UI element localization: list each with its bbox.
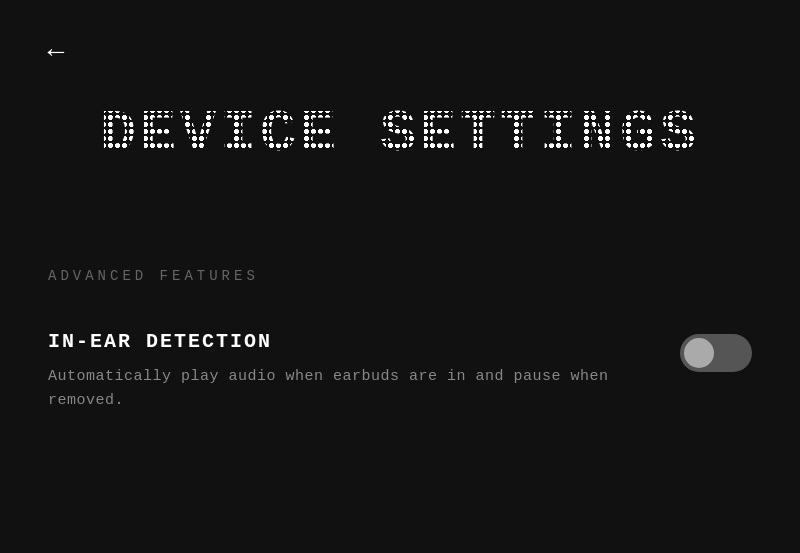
back-button[interactable]: ← xyxy=(36,32,76,72)
section-label-advanced-features: ADVANCED FEATURES xyxy=(48,268,259,284)
feature-text-block: IN-EAR DETECTION Automatically play audi… xyxy=(48,330,680,413)
feature-row-in-ear-detection: IN-EAR DETECTION Automatically play audi… xyxy=(48,330,752,413)
in-ear-detection-toggle[interactable] xyxy=(680,334,752,372)
back-arrow-icon: ← xyxy=(48,37,65,68)
feature-description: Automatically play audio when earbuds ar… xyxy=(48,365,656,413)
page-title: DEVICE SETTINGS xyxy=(100,100,700,168)
toggle-knob xyxy=(684,338,714,368)
page-title-container: DEVICE SETTINGS xyxy=(0,100,800,168)
feature-name: IN-EAR DETECTION xyxy=(48,330,656,353)
toggle-container[interactable] xyxy=(680,330,752,372)
